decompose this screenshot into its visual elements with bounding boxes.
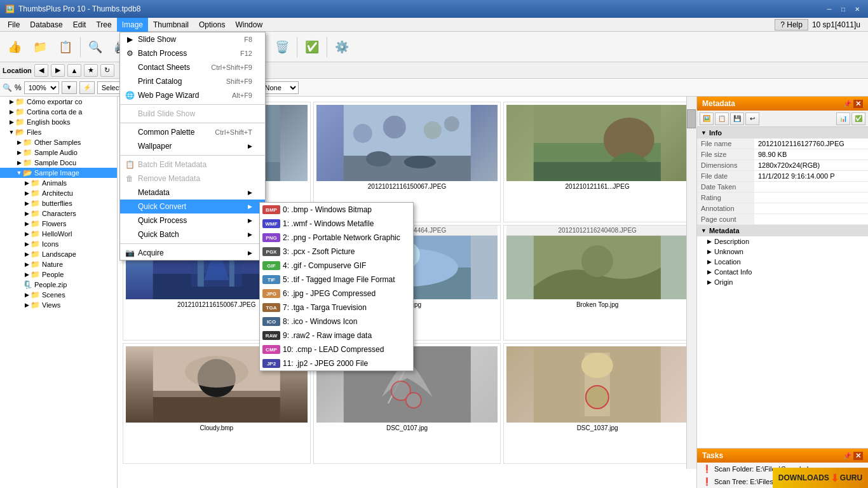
menu-item-slideshow[interactable]: ▶ Slide Show F8 (120, 32, 265, 46)
tree-item-other[interactable]: ▶ 📁 Other Samples (0, 137, 117, 147)
toolbar-btn-1[interactable]: 👍 (3, 35, 27, 59)
expand-icon[interactable]: ▶ (23, 240, 31, 248)
loc-star-btn[interactable]: ★ (84, 64, 98, 77)
panel-header-controls[interactable]: 📌 ✕ (843, 100, 863, 108)
tree-item-cortina[interactable]: ▶ 📁 Cortina corta de a (0, 107, 117, 117)
thumb-item[interactable]: 20121012116240408.JPEG Broken Top.jpg (503, 225, 691, 341)
tree-item-peoplezp[interactable]: 🗜️ People.zip (0, 280, 117, 290)
meta-subsection-contact[interactable]: ▶ Contact Info (697, 267, 868, 277)
menu-tree[interactable]: Tree (91, 18, 116, 32)
menu-item-quickbatch[interactable]: Quick Batch ▶ (120, 227, 265, 241)
toolbar-btn-11[interactable]: 🗑️ (270, 35, 294, 59)
expand-icon[interactable]: ▶ (23, 271, 31, 278)
toolbar-btn-2[interactable]: 📁 (28, 35, 52, 59)
expand-icon[interactable]: ▶ (8, 98, 15, 105)
expand-icon[interactable]: ▶ (23, 291, 31, 299)
expand-icon[interactable]: ▶ (23, 230, 31, 238)
meta-subsection-unknown[interactable]: ▶ Unknown (697, 247, 868, 257)
expand-icon[interactable]: ▶ (15, 149, 23, 156)
menu-edit[interactable]: Edit (68, 18, 92, 32)
tree-item-helloworld[interactable]: ▶ 📁 HelloWorl (0, 229, 117, 239)
maximize-button[interactable]: □ (837, 4, 849, 14)
menu-file[interactable]: File (3, 18, 25, 32)
tasks-pin-btn[interactable]: 📌 (843, 452, 852, 460)
menu-item-printcatalog[interactable]: Print Catalog Shift+F9 (120, 74, 265, 88)
menu-thumbnail[interactable]: Thumbnail (148, 18, 194, 32)
menu-item-wallpaper[interactable]: Wallpaper ▶ (120, 139, 265, 153)
meta-tb-btn6[interactable]: ✅ (851, 112, 865, 125)
tree-item-english[interactable]: ▶ 📁 English books (0, 117, 117, 127)
meta-section-info[interactable]: ▼ Info (697, 127, 868, 139)
meta-subsection-location[interactable]: ▶ Location (697, 257, 868, 267)
menu-item-acquire[interactable]: 📷 Acquire ▶ (120, 246, 265, 260)
tree-item-scenes[interactable]: ▶ 📁 Scenes (0, 290, 117, 300)
meta-tb-btn1[interactable]: 🖼️ (700, 112, 714, 125)
expand-icon[interactable]: ▶ (23, 210, 31, 217)
tree-item-arch[interactable]: ▶ 📁 Architectu (0, 188, 117, 198)
zoom-select[interactable]: 100% 75% 50% 200% (24, 81, 59, 94)
expand-icon[interactable]: ▼ (8, 128, 15, 136)
toolbar-btn-12[interactable]: ✅ (300, 35, 324, 59)
tree-item-nature[interactable]: ▶ 📁 Nature (0, 259, 117, 269)
menu-item-commonpalette[interactable]: Common Palette Ctrl+Shift+T (120, 125, 265, 139)
meta-tb-btn2[interactable]: 📋 (715, 112, 729, 125)
sort2-select[interactable]: None Name (261, 81, 299, 94)
meta-tb-btn3[interactable]: 💾 (730, 112, 744, 125)
tree-item-views[interactable]: ▶ 📁 Views (0, 300, 117, 310)
thumb-item[interactable]: DSC_1037.jpg (503, 343, 691, 464)
toolbar-btn-4[interactable]: 🔍 (83, 35, 107, 59)
toolbar-btn-3[interactable]: 📋 (53, 35, 78, 59)
expand-icon[interactable]: ▶ (8, 118, 15, 126)
expand-icon[interactable]: ▼ (15, 169, 23, 177)
meta-subsection-description[interactable]: ▶ Description (697, 236, 868, 247)
format-item-wmf[interactable]: WMF 1: .wmf - Windows Metafile (260, 217, 413, 231)
format-item-ico[interactable]: ICO 8: .ico - Windows Icon (260, 315, 413, 329)
meta-tb-btn4[interactable]: ↩ (745, 112, 759, 125)
format-item-png[interactable]: PNG 2: .png - Portable Network Graphic (260, 231, 413, 245)
format-item-cmp[interactable]: CMP 10: .cmp - LEAD Compressed (260, 342, 413, 356)
expand-icon[interactable]: ▶ (23, 220, 31, 227)
menu-image[interactable]: Image (117, 18, 148, 32)
menu-item-contactsheets[interactable]: Contact Sheets Ctrl+Shift+F9 (120, 60, 265, 74)
format-item-bmp[interactable]: BMP 0: .bmp - Windows Bitmap (260, 203, 413, 217)
tree-item-sample-images[interactable]: ▼ 📂 Sample Image (0, 168, 117, 178)
format-item-jp2[interactable]: JP2 11: .jp2 - JPEG 2000 File (260, 356, 413, 370)
loc-refresh-btn[interactable]: ↻ (100, 64, 114, 77)
panel-close-btn[interactable]: ✕ (853, 100, 863, 108)
menu-item-batchprocess[interactable]: ⚙ Batch Process F12 (120, 46, 265, 60)
expand-icon[interactable]: ▶ (8, 108, 15, 116)
tasks-close-btn[interactable]: ✕ (853, 452, 863, 460)
meta-section-metadata[interactable]: ▼ Metadata (697, 225, 868, 236)
expand-icon[interactable]: ▶ (23, 179, 31, 187)
toolbar-btn-13[interactable]: ⚙️ (330, 35, 354, 59)
menu-window[interactable]: Window (230, 18, 268, 32)
format-item-gif[interactable]: GIF 4: .gif - Compuserve GIF (260, 259, 413, 273)
filter-btn2[interactable]: ⚡ (79, 81, 95, 94)
menu-database[interactable]: Database (25, 18, 67, 32)
thumb-item[interactable]: 201210121161...JPEG (503, 102, 691, 222)
meta-subsection-origin[interactable]: ▶ Origin (697, 277, 868, 287)
expand-icon[interactable]: ▶ (23, 301, 31, 309)
menu-item-quickconvert[interactable]: Quick Convert ▶ (120, 200, 265, 214)
tree-item-landscape[interactable]: ▶ 📁 Landscape (0, 249, 117, 259)
menu-options[interactable]: Options (194, 18, 230, 32)
tree-item-docs[interactable]: ▶ 📁 Sample Docu (0, 158, 117, 168)
expand-icon[interactable]: ▶ (23, 261, 31, 268)
tree-item-animals[interactable]: ▶ 📁 Animals (0, 178, 117, 188)
meta-tb-btn5[interactable]: 📊 (836, 112, 850, 125)
expand-icon[interactable]: ▶ (23, 250, 31, 258)
panel-pin-btn[interactable]: 📌 (843, 100, 852, 108)
format-item-pcx[interactable]: PGX 3: .pcx - Zsoft Picture (260, 245, 413, 259)
menu-item-quickprocess[interactable]: Quick Process ▶ (120, 214, 265, 227)
expand-icon[interactable]: ▶ (23, 189, 31, 197)
thumbnail-scrollbar[interactable] (686, 97, 696, 469)
tree-item-characters[interactable]: ▶ 📁 Characters (0, 208, 117, 219)
filter-apply-btn[interactable]: ▼ (62, 81, 77, 94)
tree-item-como[interactable]: ▶ 📁 Cómo exportar co (0, 97, 117, 107)
scroll-thumb[interactable] (687, 109, 696, 128)
expand-icon[interactable]: ▶ (15, 159, 23, 166)
help-button[interactable]: ? Help (775, 19, 808, 30)
format-item-tif[interactable]: TIF 5: .tif - Tagged Image File Format (260, 273, 413, 287)
tree-item-people[interactable]: ▶ 📁 People (0, 269, 117, 280)
tree-item-butterflies[interactable]: ▶ 📁 butterflies (0, 198, 117, 208)
